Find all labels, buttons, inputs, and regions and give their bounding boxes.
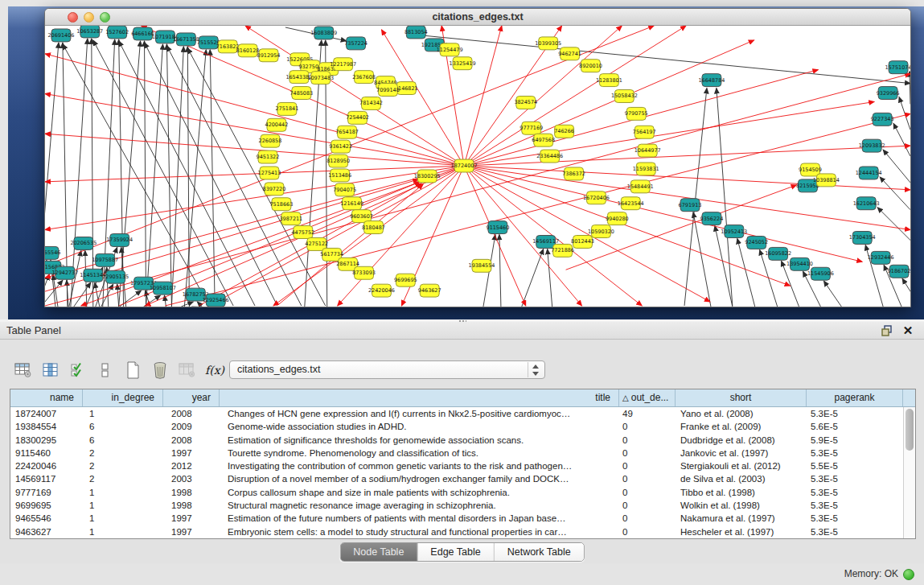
- table-row[interactable]: 946362711997Embryonic stem cells: a mode…: [10, 525, 903, 538]
- memory-ok-indicator[interactable]: [903, 569, 914, 580]
- table-cell[interactable]: Investigating the contribution of common…: [220, 459, 619, 472]
- table-row[interactable]: 911546021997Tourette syndrome. Phenomeno…: [10, 447, 903, 459]
- table-cell[interactable]: 1: [83, 486, 163, 499]
- table-cell[interactable]: 6: [83, 434, 163, 447]
- table-cell[interactable]: Tibbo et al. (1998): [676, 486, 807, 499]
- close-panel-icon[interactable]: ✕: [901, 323, 914, 339]
- table-cell[interactable]: 0: [619, 486, 676, 499]
- table-cell[interactable]: Dudbridge et al. (2008): [676, 434, 807, 447]
- network-table-select[interactable]: citations_edges.txt: [229, 360, 545, 379]
- tab-edge-table[interactable]: Edge Table: [417, 543, 494, 561]
- network-window[interactable]: citations_edges.txt 20691406106532871527…: [44, 8, 911, 307]
- new-document-button[interactable]: [121, 359, 145, 381]
- table-cell[interactable]: 5.5E-5: [807, 459, 903, 472]
- table-cell[interactable]: 9699695: [10, 499, 83, 512]
- column-header-name[interactable]: name: [10, 389, 83, 406]
- tab-node-table[interactable]: Node Table: [340, 543, 417, 561]
- table-cell[interactable]: 5.3E-5: [807, 512, 903, 525]
- table-cell[interactable]: 5.3E-5: [807, 499, 903, 512]
- table-vertical-scrollbar[interactable]: [903, 407, 915, 538]
- table-row[interactable]: 2242004622012Investigating the contribut…: [10, 459, 903, 472]
- table-row[interactable]: 946554611997Estimation of the future num…: [10, 512, 903, 525]
- table-cell[interactable]: 2008: [163, 407, 220, 420]
- table-cell[interactable]: 1: [83, 525, 163, 538]
- table-cell[interactable]: 5.3E-5: [807, 407, 903, 420]
- table-cell[interactable]: 0: [619, 434, 676, 447]
- table-cell[interactable]: Corpus callosum shape and size in male p…: [220, 486, 619, 499]
- column-header-pagerank[interactable]: pagerank: [807, 389, 903, 406]
- table-cell[interactable]: 14569117: [10, 472, 83, 485]
- table-cell[interactable]: 1997: [163, 512, 220, 525]
- table-cell[interactable]: Nakamura et al. (1997): [676, 512, 807, 525]
- delete-table-button[interactable]: [175, 359, 199, 381]
- column-header-in-degree[interactable]: in_degree: [83, 389, 163, 406]
- table-cell[interactable]: Tourette syndrome. Phenomenology and cla…: [220, 447, 619, 459]
- minimize-traffic-light-icon[interactable]: [84, 12, 94, 23]
- table-cell[interactable]: 19384554: [10, 420, 83, 433]
- table-cell[interactable]: Disruption of a novel member of a sodium…: [220, 472, 619, 485]
- table-cell[interactable]: 49: [619, 407, 676, 420]
- table-cell[interactable]: 2: [83, 472, 163, 485]
- zoom-traffic-light-icon[interactable]: [100, 12, 110, 23]
- table-row[interactable]: 969969511998Structural magnetic resonanc…: [10, 499, 903, 512]
- show-column-button[interactable]: [39, 359, 63, 381]
- table-cell[interactable]: 9465546: [10, 512, 83, 525]
- table-row[interactable]: 1830029562008Estimation of significance …: [10, 434, 903, 447]
- table-cell[interactable]: 0: [619, 499, 676, 512]
- delete-trash-button[interactable]: [148, 359, 172, 381]
- table-cell[interactable]: Estimation of the future numbers of pati…: [220, 512, 619, 525]
- table-cell[interactable]: 0: [619, 447, 676, 459]
- table-cell[interactable]: 9463627: [10, 525, 83, 538]
- table-cell[interactable]: 9115460: [10, 447, 83, 459]
- table-settings-button[interactable]: [11, 359, 35, 381]
- table-cell[interactable]: 9777169: [10, 486, 83, 499]
- table-cell[interactable]: Structural magnetic resonance image aver…: [220, 499, 619, 512]
- table-row[interactable]: 1456911722003Disruption of a novel membe…: [10, 472, 903, 485]
- column-header-title[interactable]: title: [220, 389, 619, 406]
- table-cell[interactable]: 18300295: [10, 434, 83, 447]
- table-cell[interactable]: 5.3E-5: [807, 486, 903, 499]
- network-canvas[interactable]: 2069140610653287152760264661601071918416…: [45, 26, 910, 307]
- table-cell[interactable]: Estimation of significance thresholds fo…: [220, 434, 619, 447]
- table-cell[interactable]: Wolkin et al. (1998): [676, 499, 807, 512]
- table-cell[interactable]: 5.3E-5: [807, 472, 903, 485]
- table-cell[interactable]: 1998: [163, 499, 220, 512]
- close-traffic-light-icon[interactable]: [68, 12, 78, 23]
- function-builder-button[interactable]: f(x): [203, 359, 227, 381]
- table-cell[interactable]: 2008: [163, 434, 220, 447]
- table-cell[interactable]: 1998: [163, 486, 220, 499]
- table-row[interactable]: 1872400712008Changes of HCN gene express…: [10, 407, 903, 420]
- table-cell[interactable]: 1997: [163, 525, 220, 538]
- table-cell[interactable]: Yano et al. (2008): [676, 407, 807, 420]
- table-cell[interactable]: 0: [619, 512, 676, 525]
- table-cell[interactable]: 1: [83, 499, 163, 512]
- table-cell[interactable]: Changes of HCN gene expression and I(f) …: [220, 407, 619, 420]
- table-cell[interactable]: 1: [83, 407, 163, 420]
- tab-network-table[interactable]: Network Table: [495, 543, 584, 561]
- column-header-out-degree[interactable]: △out_de...: [619, 389, 676, 406]
- table-cell[interactable]: 18724007: [10, 407, 83, 420]
- network-window-titlebar[interactable]: citations_edges.txt: [45, 9, 910, 26]
- table-cell[interactable]: 5.3E-5: [807, 447, 903, 459]
- table-cell[interactable]: Hescheler et al. (1997): [676, 525, 807, 538]
- table-cell[interactable]: 2009: [163, 420, 220, 433]
- table-cell[interactable]: Jankovic et al. (1997): [676, 447, 807, 459]
- table-cell[interactable]: Genome-wide association studies in ADHD.: [220, 420, 619, 433]
- row-height-button[interactable]: [93, 359, 117, 381]
- float-window-icon[interactable]: [881, 324, 893, 337]
- table-cell[interactable]: 5.9E-5: [807, 434, 903, 447]
- table-cell[interactable]: 1997: [163, 447, 220, 459]
- table-cell[interactable]: de Silva et al. (2003): [676, 472, 807, 485]
- select-rows-button[interactable]: [66, 359, 90, 381]
- table-cell[interactable]: Stergiakouli et al. (2012): [676, 459, 807, 472]
- scrollbar-thumb[interactable]: [906, 409, 914, 451]
- table-cell[interactable]: Embryonic stem cells: a model to study s…: [220, 525, 619, 538]
- table-cell[interactable]: 0: [619, 525, 676, 538]
- table-cell[interactable]: 2003: [163, 472, 220, 485]
- table-cell[interactable]: 5.3E-5: [807, 525, 903, 538]
- table-cell[interactable]: 0: [619, 472, 676, 485]
- table-cell[interactable]: 2: [83, 447, 163, 459]
- table-cell[interactable]: Franke et al. (2009): [676, 420, 807, 433]
- column-header-year[interactable]: year: [163, 389, 220, 406]
- table-cell[interactable]: 22420046: [10, 459, 83, 472]
